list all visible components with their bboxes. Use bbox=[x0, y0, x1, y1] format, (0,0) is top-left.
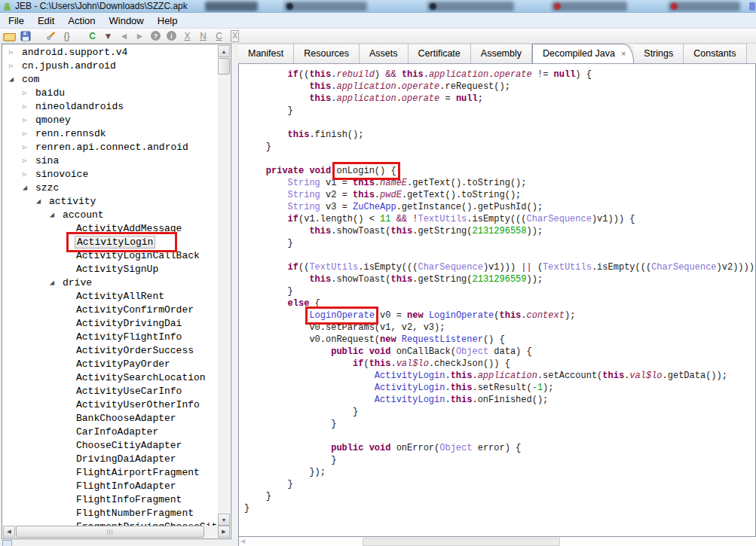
scrollbar-thumb[interactable] bbox=[363, 538, 560, 546]
menu-window[interactable]: Window bbox=[103, 14, 151, 27]
tree-item-ActivityUseCarInfo[interactable]: ActivityUseCarInfo bbox=[3, 385, 217, 398]
menu-file[interactable]: File bbox=[2, 14, 31, 27]
tree-item-ActivityOrderSuccess[interactable]: ActivityOrderSuccess bbox=[3, 344, 217, 358]
tree-item-sinovoice[interactable]: ▷sinovoice bbox=[3, 168, 217, 181]
tree-item-renren.api.connect.android[interactable]: ▷renren.api.connect.android bbox=[3, 141, 217, 154]
tree-item-ActivityPayOrder[interactable]: ActivityPayOrder bbox=[3, 358, 217, 371]
c-underline-icon[interactable]: C bbox=[212, 29, 226, 43]
expand-icon[interactable]: ▷ bbox=[23, 127, 34, 141]
tab-certificate[interactable]: Certificate bbox=[409, 44, 471, 63]
save-icon[interactable] bbox=[18, 29, 32, 43]
tree-vertical-scrollbar[interactable]: ▲ ▼ bbox=[218, 45, 230, 526]
tree-item-nineoldandroids[interactable]: ▷nineoldandroids bbox=[3, 100, 217, 114]
down-arrow-icon[interactable]: ▼ bbox=[101, 29, 115, 43]
tree-item-ActivityAddMessage[interactable]: ActivityAddMessage bbox=[3, 222, 217, 236]
tree-item-ActivitySearchLocation[interactable]: ActivitySearchLocation bbox=[3, 371, 217, 385]
back-arrow-icon[interactable]: ◄ bbox=[117, 29, 131, 43]
tree-item-FlightInfoAdapter[interactable]: FlightInfoAdapter bbox=[3, 480, 217, 493]
tab-constants[interactable]: Constants bbox=[684, 44, 746, 63]
tree-item-ActivityUserOtherInfo[interactable]: ActivityUserOtherInfo bbox=[3, 398, 217, 412]
package-tree[interactable]: ▷android.support.v4▷cn.jpush.android◢com… bbox=[3, 46, 217, 526]
annotation-red-box: onLogin() { bbox=[336, 166, 396, 176]
x-underline-icon[interactable]: X bbox=[180, 29, 194, 43]
tab-decompiled-java[interactable]: Decompiled Java× bbox=[532, 44, 634, 64]
open-file-icon[interactable] bbox=[2, 29, 17, 43]
collapse-icon[interactable]: ◢ bbox=[23, 181, 34, 195]
tree-item-FlightInfoFragment[interactable]: FlightInfoFragment bbox=[3, 493, 217, 507]
tab-manifest[interactable]: Manifest bbox=[238, 44, 294, 63]
titlebar[interactable]: JEB - C:\Users\John\Downloads\SZZC.apk bbox=[0, 0, 756, 13]
collapse-icon[interactable]: ◢ bbox=[50, 276, 61, 290]
window-title: JEB - C:\Users\John\Downloads\SZZC.apk bbox=[15, 1, 188, 11]
tree-item-label: com bbox=[20, 74, 41, 85]
collapse-icon[interactable]: ◢ bbox=[9, 73, 20, 87]
tree-item-FlightNumberFragment[interactable]: FlightNumberFragment bbox=[3, 507, 217, 520]
expand-icon[interactable]: ▷ bbox=[23, 100, 34, 114]
tree-item-DrivingDaiAdapter[interactable]: DrivingDaiAdapter bbox=[3, 453, 217, 466]
tools-wrench-icon[interactable] bbox=[44, 29, 58, 43]
tree-item-drive[interactable]: ◢drive bbox=[3, 276, 217, 290]
braces-icon[interactable]: {} bbox=[60, 29, 74, 43]
tree-item-FragmentDrivingChooseCity[interactable]: FragmentDrivingChooseCity bbox=[3, 520, 217, 526]
tree-item-account[interactable]: ◢account bbox=[3, 209, 217, 222]
scroll-left-icon[interactable]: ◀ bbox=[3, 526, 15, 538]
collapse-icon[interactable]: ◢ bbox=[36, 195, 47, 209]
code-horizontal-scrollbar[interactable]: ◀ bbox=[238, 537, 756, 546]
code-line: ActivityLogin.this.application.setAccoun… bbox=[244, 370, 755, 382]
scrollbar-thumb[interactable] bbox=[218, 58, 230, 75]
scroll-down-icon[interactable]: ▼ bbox=[218, 514, 230, 526]
expand-icon[interactable]: ▷ bbox=[9, 59, 20, 73]
tree-item-sina[interactable]: ▷sina bbox=[3, 154, 217, 168]
tree-item-ActivityDrivingDai[interactable]: ActivityDrivingDai bbox=[3, 317, 217, 331]
tab-assets[interactable]: Assets bbox=[360, 44, 409, 63]
tree-item-renn.rennsdk[interactable]: ▷renn.rennsdk bbox=[3, 127, 217, 141]
expand-icon[interactable]: ▷ bbox=[23, 141, 34, 154]
scroll-up-icon[interactable]: ▲ bbox=[218, 45, 230, 57]
tree-item-ActivityFlightInfo[interactable]: ActivityFlightInfo bbox=[3, 331, 217, 344]
tree-item-ActivityAllRent[interactable]: ActivityAllRent bbox=[3, 290, 217, 304]
tree-item-android.support.v4[interactable]: ▷android.support.v4 bbox=[3, 46, 217, 59]
info-icon[interactable]: i bbox=[164, 29, 179, 43]
code-line: } bbox=[244, 418, 755, 430]
code-line bbox=[244, 117, 755, 129]
tree-item-label: cn.jpush.android bbox=[20, 60, 118, 72]
expand-icon[interactable]: ▷ bbox=[23, 87, 34, 100]
scroll-right-icon[interactable]: ▶ bbox=[218, 526, 230, 538]
expand-icon[interactable]: ▷ bbox=[23, 154, 34, 168]
forward-arrow-icon[interactable]: ► bbox=[133, 29, 147, 43]
tree-horizontal-scrollbar[interactable]: ◀ ||| ▶ bbox=[3, 526, 230, 538]
tree-item-label: sina bbox=[34, 155, 60, 166]
tree-item-baidu[interactable]: ▷baidu bbox=[3, 87, 217, 100]
menu-action[interactable]: Action bbox=[61, 14, 102, 27]
scrollbar-thumb[interactable]: ||| bbox=[16, 526, 204, 538]
expand-icon[interactable]: ▷ bbox=[23, 114, 34, 127]
tree-item-qmoney[interactable]: ▷qmoney bbox=[3, 114, 217, 127]
tab-resources[interactable]: Resources bbox=[294, 44, 360, 63]
decompiled-java-view[interactable]: if((this.rebuild) && this.application.op… bbox=[238, 64, 756, 537]
expand-icon[interactable]: ▷ bbox=[23, 168, 34, 181]
tree-item-ChooseCitiyAdapter[interactable]: ChooseCitiyAdapter bbox=[3, 439, 217, 453]
collapse-icon[interactable]: ◢ bbox=[50, 209, 61, 222]
tree-item-BankChooseAdapter[interactable]: BankChooseAdapter bbox=[3, 412, 217, 426]
n-underline-icon[interactable]: N bbox=[196, 29, 210, 43]
refresh-icon[interactable]: C bbox=[85, 29, 99, 43]
tab-assembly[interactable]: Assembly bbox=[471, 44, 532, 63]
expand-icon[interactable]: ▷ bbox=[9, 46, 20, 59]
tree-item-ActivityLoginCallBack[interactable]: ActivityLoginCallBack bbox=[3, 249, 217, 263]
tree-item-ActivityLogin[interactable]: ActivityLogin bbox=[3, 236, 217, 249]
tree-item-activity[interactable]: ◢activity bbox=[3, 195, 217, 209]
tree-item-cn.jpush.android[interactable]: ▷cn.jpush.android bbox=[3, 59, 217, 73]
menu-help[interactable]: Help bbox=[151, 14, 185, 27]
tab-strings[interactable]: Strings bbox=[634, 44, 684, 63]
tree-item-FlightAirportFragment[interactable]: FlightAirportFragment bbox=[3, 466, 217, 480]
tree-item-szzc[interactable]: ◢szzc bbox=[3, 181, 217, 195]
menu-edit[interactable]: Edit bbox=[31, 14, 61, 27]
tree-item-ActivitySignUp[interactable]: ActivitySignUp bbox=[3, 263, 217, 276]
x-box-icon[interactable]: X bbox=[228, 29, 242, 43]
tree-item-CarInfoAdapter[interactable]: CarInfoAdapter bbox=[3, 426, 217, 439]
tab-close-icon[interactable]: × bbox=[621, 49, 626, 58]
help-icon[interactable]: ? bbox=[148, 29, 163, 43]
tree-item-com[interactable]: ◢com bbox=[3, 73, 217, 87]
tree-item-ActivityConfirmOrder[interactable]: ActivityConfirmOrder bbox=[3, 304, 217, 317]
tree-item-label: FlightNumberFragment bbox=[75, 508, 195, 519]
